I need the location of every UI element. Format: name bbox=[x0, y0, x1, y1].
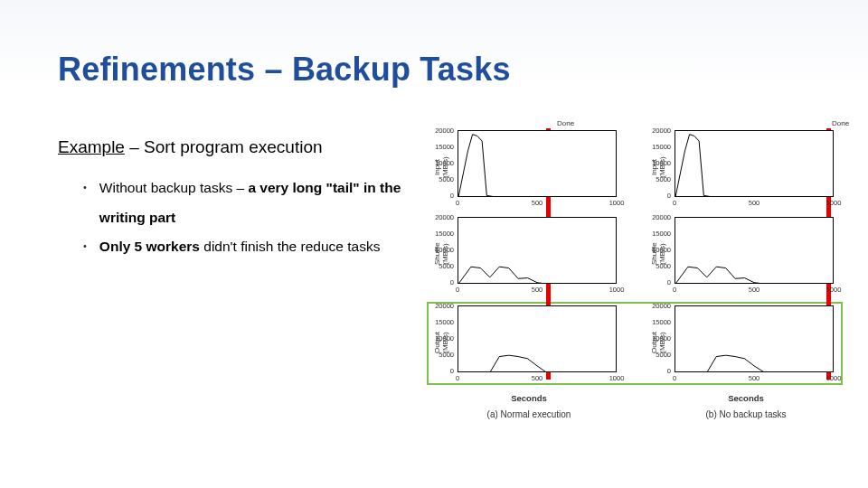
figure: Done Seconds (a) Normal execution Input … bbox=[427, 128, 843, 423]
bullet-icon: • bbox=[83, 174, 87, 232]
list-item: • Only 5 workers didn't finish the reduc… bbox=[83, 232, 409, 262]
y-tick: 5000 bbox=[649, 175, 671, 183]
chart-area bbox=[675, 305, 834, 372]
mini-chart: Shuffle (MB/s)20000150001000050000050010… bbox=[649, 217, 843, 298]
x-ticks: 05001000 bbox=[458, 199, 617, 210]
y-tick: 10000 bbox=[649, 334, 671, 343]
x-tick: 1000 bbox=[825, 374, 843, 382]
x-tick: 0 bbox=[665, 374, 684, 382]
slide: Refinements – Backup Tasks Example – Sor… bbox=[0, 0, 868, 488]
y-tick: 10000 bbox=[649, 246, 671, 254]
y-tick: 15000 bbox=[432, 230, 454, 238]
y-tick: 10000 bbox=[432, 159, 454, 167]
example-line: Example – Sort program execution bbox=[58, 137, 323, 157]
x-tick: 500 bbox=[745, 286, 763, 294]
x-tick: 1000 bbox=[825, 286, 843, 294]
chart-area bbox=[675, 217, 834, 284]
x-tick: 500 bbox=[528, 199, 546, 207]
bullet-bold: Only 5 workers bbox=[99, 239, 200, 254]
x-tick: 0 bbox=[665, 286, 684, 294]
y-tick: 15000 bbox=[432, 318, 454, 326]
y-tick: 20000 bbox=[432, 302, 454, 310]
mini-chart: Shuffle (MB/s)20000150001000050000050010… bbox=[432, 217, 626, 298]
done-label: Done bbox=[557, 119, 574, 127]
bullet-list: • Without backup tasks – a very long "ta… bbox=[83, 174, 409, 262]
x-ticks: 05001000 bbox=[675, 199, 834, 210]
mini-chart: Input (MB/s)2000015000100005000005001000 bbox=[432, 130, 626, 211]
bullet-rest: didn't finish the reduce tasks bbox=[200, 239, 380, 254]
chart-area bbox=[458, 305, 617, 372]
y-tick: 20000 bbox=[432, 127, 454, 135]
x-tick: 500 bbox=[745, 374, 763, 382]
x-ticks: 05001000 bbox=[675, 286, 834, 296]
x-tick: 0 bbox=[665, 199, 684, 207]
x-tick: 500 bbox=[745, 199, 763, 207]
bullet-icon: • bbox=[83, 232, 87, 262]
bullet-lead: Without backup tasks – bbox=[99, 180, 249, 195]
x-ticks: 05001000 bbox=[458, 374, 617, 385]
list-item: • Without backup tasks – a very long "ta… bbox=[83, 174, 409, 232]
y-tick: 20000 bbox=[649, 127, 671, 135]
y-tick: 5000 bbox=[432, 351, 454, 359]
chart-area bbox=[675, 130, 834, 197]
x-tick: 0 bbox=[448, 374, 467, 382]
chart-area bbox=[458, 130, 617, 197]
y-tick: 15000 bbox=[649, 318, 671, 326]
y-tick: 5000 bbox=[432, 175, 454, 183]
example-underline: Example bbox=[58, 137, 125, 156]
bullet-text: Only 5 workers didn't finish the reduce … bbox=[99, 232, 381, 262]
example-rest: – Sort program execution bbox=[125, 137, 323, 156]
figure-caption: (b) No backup tasks bbox=[649, 409, 843, 419]
figure-column-b: Done Seconds (b) No backup tasks Input (… bbox=[649, 128, 843, 423]
bullet-text: Without backup tasks – a very long "tail… bbox=[99, 174, 409, 232]
y-tick: 10000 bbox=[432, 246, 454, 254]
x-tick: 500 bbox=[528, 286, 546, 294]
y-tick: 20000 bbox=[649, 302, 671, 310]
x-ticks: 05001000 bbox=[458, 286, 617, 296]
x-axis-label: Seconds bbox=[432, 393, 626, 403]
x-tick: 1000 bbox=[825, 199, 843, 207]
figure-column-a: Done Seconds (a) Normal execution Input … bbox=[432, 128, 626, 423]
x-tick: 0 bbox=[448, 286, 467, 294]
y-tick: 10000 bbox=[432, 334, 454, 343]
x-ticks: 05001000 bbox=[675, 374, 834, 385]
y-tick: 15000 bbox=[649, 230, 671, 238]
y-tick: 15000 bbox=[649, 143, 671, 151]
x-axis-label: Seconds bbox=[649, 393, 843, 403]
y-tick: 20000 bbox=[649, 213, 671, 221]
figure-caption: (a) Normal execution bbox=[432, 409, 626, 419]
mini-chart: Input (MB/s)2000015000100005000005001000 bbox=[649, 130, 843, 211]
x-tick: 0 bbox=[448, 199, 467, 207]
y-tick: 5000 bbox=[649, 351, 671, 359]
y-tick: 20000 bbox=[432, 213, 454, 221]
x-tick: 500 bbox=[528, 374, 546, 382]
done-label: Done bbox=[832, 119, 849, 127]
y-tick: 5000 bbox=[432, 262, 454, 270]
y-tick: 5000 bbox=[649, 262, 671, 270]
y-tick: 10000 bbox=[649, 159, 671, 167]
x-tick: 1000 bbox=[608, 199, 626, 207]
mini-chart: Output (MB/s)200001500010000500000500100… bbox=[432, 305, 626, 387]
chart-area bbox=[458, 217, 617, 284]
y-tick: 15000 bbox=[432, 143, 454, 151]
x-tick: 1000 bbox=[608, 374, 626, 382]
x-tick: 1000 bbox=[608, 286, 626, 294]
page-title: Refinements – Backup Tasks bbox=[58, 51, 511, 89]
mini-chart: Output (MB/s)200001500010000500000500100… bbox=[649, 305, 843, 387]
